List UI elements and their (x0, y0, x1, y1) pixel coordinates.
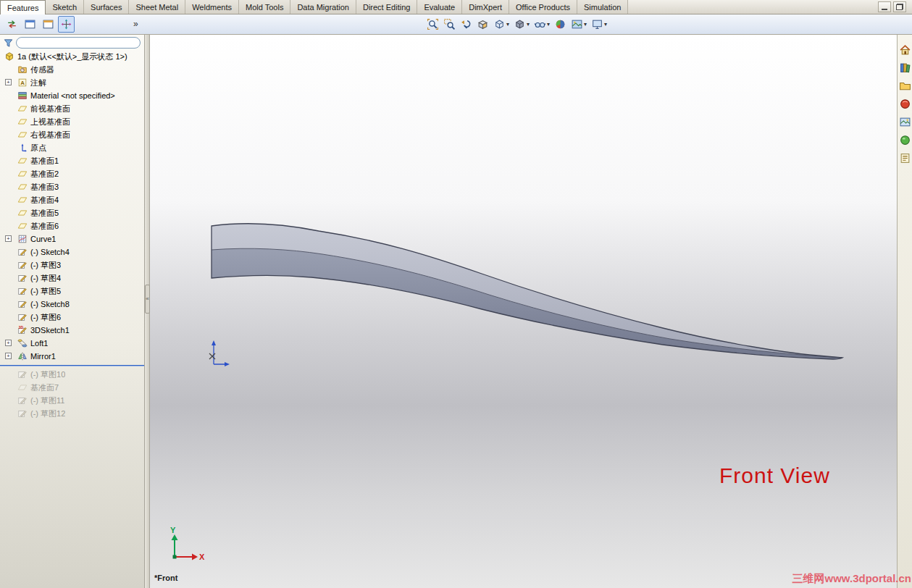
annotations-icon (17, 77, 28, 88)
tab-sketch[interactable]: Sketch (46, 0, 84, 14)
solidworks-window: Features Sketch Surfaces Sheet Metal Wel… (0, 0, 912, 588)
plane-icon (17, 130, 28, 140)
origin-marker (209, 340, 230, 366)
minimize-button[interactable] (878, 1, 891, 12)
tree-item-curve1[interactable]: +Curve1 (0, 232, 144, 245)
heads-up-view-toolbar: ▾ ▾ ▾ ▾ ▾ (424, 16, 609, 33)
tree-item-front-plane[interactable]: 前视基准面 (0, 102, 144, 115)
tree-item-right-plane[interactable]: 右视基准面 (0, 128, 144, 141)
dropdown-caret-icon[interactable]: ▾ (584, 21, 587, 28)
tree-item-sketch4cn[interactable]: (-) 草图4 (0, 272, 144, 285)
tree-item-top-plane[interactable]: 上视基准面 (0, 115, 144, 128)
dropdown-caret-icon[interactable]: ▾ (506, 21, 509, 28)
window-panel-button[interactable] (22, 16, 38, 33)
toolbar-overflow-chevron[interactable]: » (133, 19, 138, 29)
tab-sheet-metal[interactable]: Sheet Metal (129, 0, 185, 14)
tree-item-mirror1[interactable]: +Mirror1 (0, 350, 144, 363)
edit-appearance-button[interactable] (552, 16, 569, 33)
tree-item-origin[interactable]: 原点 (0, 141, 144, 154)
watermark: 三维网www.3dportal.cn (792, 572, 911, 586)
tree-item-plane6[interactable]: 基准面6 (0, 219, 144, 232)
tree-filter-row (0, 35, 144, 50)
dropdown-caret-icon[interactable]: ▾ (604, 21, 607, 28)
tree-item-loft1[interactable]: +Loft1 (0, 337, 144, 350)
view-annotation: Front View (719, 463, 830, 488)
solidworks-search-icon[interactable] (899, 98, 911, 110)
tree-item-sketch11cn[interactable]: (-) 草图11 (0, 394, 144, 407)
previous-view-button[interactable] (458, 16, 474, 33)
tree-item-plane1[interactable]: 基准面1 (0, 154, 144, 167)
tree-item-sensors[interactable]: 传感器 (0, 63, 144, 76)
sketch3d-icon (17, 325, 28, 335)
tree-item-sketch12cn[interactable]: (-) 草图12 (0, 407, 144, 420)
sketch-icon (17, 273, 28, 283)
tab-simulation[interactable]: Simulation (577, 0, 628, 14)
tree-item-sketch3cn[interactable]: (-) 草图3 (0, 259, 144, 272)
tree-item-material[interactable]: Material <not specified> (0, 89, 144, 102)
tree-item-plane3[interactable]: 基准面3 (0, 180, 144, 193)
sketch-icon (17, 395, 28, 406)
sketch-icon (17, 369, 28, 379)
view-orientation-button[interactable] (491, 16, 508, 33)
zoom-to-area-button[interactable] (441, 16, 458, 33)
appearances-scenes-icon[interactable] (899, 134, 911, 146)
file-explorer-icon[interactable] (899, 80, 911, 92)
tree-item-plane5[interactable]: 基准面5 (0, 206, 144, 219)
tree-item-sketch10cn[interactable]: (-) 草图10 (0, 368, 144, 381)
plane-icon (17, 104, 28, 114)
filter-input[interactable] (16, 37, 141, 49)
tree-item-sketch6cn[interactable]: (-) 草图6 (0, 311, 144, 324)
scene-canvas: Y X (150, 35, 897, 588)
display-style-icon (514, 18, 526, 30)
splitter-collapse-handle[interactable]: « (145, 285, 150, 314)
tab-weldments[interactable]: Weldments (185, 0, 239, 14)
dropdown-caret-icon[interactable]: ▾ (547, 21, 550, 28)
tab-mold-tools[interactable]: Mold Tools (239, 0, 290, 14)
viewport-3d[interactable]: Y X Front View *Front (150, 35, 897, 588)
tree-root-item[interactable]: 1a (默认<<默认>_显示状态 1>) (0, 50, 144, 63)
dropdown-caret-icon[interactable]: ▾ (527, 21, 530, 28)
model-3d[interactable] (212, 224, 842, 359)
filter-funnel-icon (3, 38, 14, 49)
tree-item-sketch5cn[interactable]: (-) 草图5 (0, 285, 144, 298)
four-arrows-icon (60, 18, 72, 30)
zoom-to-fit-button[interactable] (424, 16, 441, 33)
window-panel-icon (24, 18, 36, 30)
four-arrows-button[interactable] (58, 16, 75, 33)
tree-item-annotations[interactable]: +注解 (0, 76, 144, 89)
restore-button[interactable] (893, 1, 906, 12)
view-settings-button[interactable] (589, 16, 606, 33)
tab-direct-editing[interactable]: Direct Editing (356, 0, 417, 14)
design-library-icon[interactable] (899, 62, 911, 74)
panel-splitter[interactable]: « (145, 35, 150, 588)
tab-features[interactable]: Features (0, 0, 46, 14)
window-panel-alt-button[interactable] (40, 16, 57, 33)
expand-toggle[interactable]: + (5, 235, 12, 242)
tree-item-plane7[interactable]: 基准面7 (0, 381, 144, 394)
swap-arrows-button[interactable] (4, 16, 20, 33)
hide-show-items-button[interactable] (532, 16, 548, 33)
tab-surfaces[interactable]: Surfaces (84, 0, 129, 14)
tab-office-products[interactable]: Office Products (509, 0, 577, 14)
solidworks-resources-icon[interactable] (899, 43, 911, 56)
panel-toolbar-group (4, 16, 75, 33)
tree-item-3dsketch1[interactable]: 3DSketch1 (0, 324, 144, 337)
expand-toggle[interactable]: + (5, 79, 12, 85)
apply-scene-button[interactable] (569, 16, 585, 33)
plane-icon (17, 208, 28, 218)
tab-data-migration[interactable]: Data Migration (290, 0, 356, 14)
tab-evaluate[interactable]: Evaluate (417, 0, 462, 14)
tree-item-plane2[interactable]: 基准面2 (0, 167, 144, 180)
rollback-bar[interactable] (0, 365, 144, 366)
custom-properties-icon[interactable] (899, 152, 911, 164)
view-palette-icon[interactable] (899, 116, 911, 128)
tree-item-sketch4[interactable]: (-) Sketch4 (0, 245, 144, 259)
tree-item-plane4[interactable]: 基准面4 (0, 193, 144, 206)
tree-item-sketch8[interactable]: (-) Sketch8 (0, 298, 144, 311)
display-style-button[interactable] (511, 16, 528, 33)
expand-toggle[interactable]: + (5, 353, 12, 359)
expand-toggle[interactable]: + (5, 340, 12, 346)
tab-dimxpert[interactable]: DimXpert (462, 0, 509, 14)
plane-icon (17, 169, 28, 179)
section-view-button[interactable] (474, 16, 491, 33)
